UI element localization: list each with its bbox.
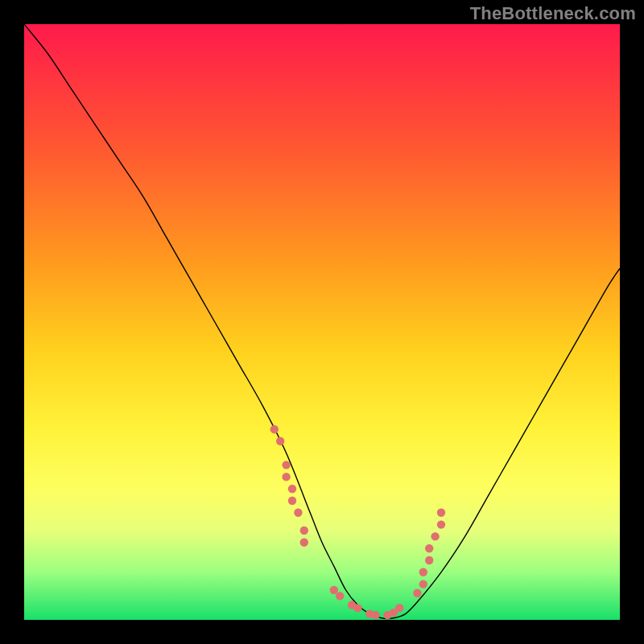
- scatter-dot: [282, 473, 290, 481]
- plot-area: [24, 24, 620, 620]
- scatter-dot: [437, 520, 445, 528]
- scatter-dot: [288, 485, 296, 493]
- scatter-dot: [371, 611, 379, 619]
- scatter-dot: [419, 568, 427, 576]
- scatter-dot: [419, 580, 427, 588]
- scatter-dot: [270, 425, 279, 433]
- scatter-dot: [294, 509, 302, 517]
- scatter-dot: [431, 532, 439, 540]
- scatter-dot: [300, 539, 308, 547]
- scatter-dot: [300, 526, 308, 535]
- bottleneck-curve: [24, 24, 620, 618]
- scatter-dot: [353, 604, 361, 612]
- scatter-dot: [425, 544, 433, 552]
- scatter-dot: [282, 460, 290, 469]
- scatter-dot: [336, 592, 344, 600]
- scatter-dot: [437, 509, 445, 517]
- scatter-dot: [330, 586, 338, 594]
- scatter-dot: [425, 556, 433, 564]
- scatter-cluster: [270, 425, 446, 619]
- watermark-text: TheBottleneck.com: [470, 3, 636, 24]
- chart-svg: [24, 24, 620, 620]
- scatter-dot: [288, 497, 296, 505]
- scatter-dot: [413, 589, 421, 597]
- scatter-dot: [276, 437, 284, 445]
- chart-frame: TheBottleneck.com: [0, 0, 644, 644]
- scatter-dot: [395, 604, 403, 612]
